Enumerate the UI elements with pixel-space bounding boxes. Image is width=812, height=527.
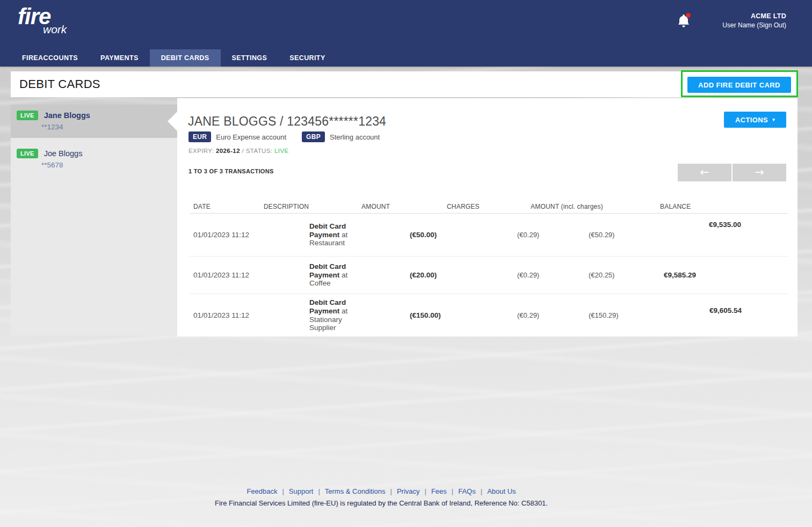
tx-description: Debit Card Payment at Restaurant xyxy=(260,214,358,256)
transactions-count: 1 TO 3 OF 3 TRANSACTIONS xyxy=(189,168,274,174)
transactions-pager: ← → xyxy=(677,164,786,181)
tx-merchant: Coffee xyxy=(309,279,331,287)
tx-amount-incl-charges: (€50.29) xyxy=(559,214,661,256)
tx-charges: (€0.29) xyxy=(473,257,559,294)
main-nav: FIREACCOUNTS PAYMENTS DEBIT CARDS SETTIN… xyxy=(11,49,337,67)
card-number: **1234 xyxy=(41,123,177,131)
transaction-row: 01/01/2023 11:12 Debit Card Payment at C… xyxy=(190,257,788,294)
tx-merchant: Restaurant xyxy=(309,239,345,247)
currency-badge-eur: EUR xyxy=(189,131,211,142)
col-header-amount: AMOUNT xyxy=(358,203,443,210)
footer: Feedback|Support|Terms & Conditions|Priv… xyxy=(0,487,763,507)
linked-account-eur: EUR Euro Expense account xyxy=(189,131,286,142)
user-box: ACME LTD User Name (Sign Out) xyxy=(722,12,786,29)
tx-balance: €9,585.29 xyxy=(661,257,788,294)
col-header-description: DESCRIPTION xyxy=(260,203,358,210)
card-holder-name: Joe Bloggs xyxy=(44,149,83,158)
fire-work-logo[interactable]: fire work xyxy=(18,5,67,36)
tx-amount-incl-charges: (€150.29) xyxy=(559,294,661,336)
tx-balance: €9,605.54 xyxy=(661,294,788,336)
footer-link-faqs[interactable]: FAQs xyxy=(458,487,476,495)
tab-payments[interactable]: PAYMENTS xyxy=(89,49,150,67)
prev-page-button[interactable]: ← xyxy=(678,164,731,181)
footer-link-fees[interactable]: Fees xyxy=(431,487,447,495)
tx-charges: (€0.29) xyxy=(473,214,559,256)
sidebar-card-jane-bloggs[interactable]: LIVE Jane Bloggs **1234 xyxy=(11,105,177,138)
selected-item-arrow xyxy=(168,112,177,131)
tx-description: Debit Card Payment at Stationary Supplie… xyxy=(260,294,358,336)
footer-link-feedback[interactable]: Feedback xyxy=(247,487,277,495)
card-holder-name: Jane Bloggs xyxy=(44,111,90,120)
debit-cards-sidebar: LIVE Jane Bloggs **1234 LIVE Joe Bloggs … xyxy=(11,105,177,335)
col-header-balance: BALANCE xyxy=(656,203,788,210)
col-header-charges: CHARGES xyxy=(443,203,527,210)
tx-balance: €9,535.00 xyxy=(661,214,788,256)
expiry-status-line: EXPIRY: 2026-12 / STATUS: LIVE xyxy=(189,148,289,154)
tx-amount: (€20.00) xyxy=(358,257,473,294)
currency-badge-gbp: GBP xyxy=(302,131,325,142)
footer-link-about-us[interactable]: About Us xyxy=(487,487,516,495)
logo-line2: work xyxy=(43,23,67,36)
transactions-table-header: DATE DESCRIPTION AMOUNT CHARGES AMOUNT (… xyxy=(190,200,788,214)
expiry-label: EXPIRY: xyxy=(189,148,214,154)
card-detail-panel: JANE BLOGGS / 123456******1234 EUR Euro … xyxy=(177,98,798,336)
add-fire-debit-card-button[interactable]: ADD FIRE DEBIT CARD xyxy=(687,77,791,93)
tx-amount: (€50.00) xyxy=(358,214,473,256)
status-badge: LIVE xyxy=(17,111,38,120)
footer-link-terms[interactable]: Terms & Conditions xyxy=(325,487,386,495)
tx-merchant: Stationary Supplier xyxy=(309,316,342,332)
tab-fireaccounts[interactable]: FIREACCOUNTS xyxy=(11,49,89,67)
col-header-amount-incl: AMOUNT (incl. charges) xyxy=(527,203,656,210)
chevron-down-icon: ▾ xyxy=(772,117,775,122)
linked-account-gbp: GBP Sterling account xyxy=(302,131,380,142)
tx-date: 01/01/2023 11:12 xyxy=(190,214,260,256)
transaction-row: 01/01/2023 11:12 Debit Card Payment at R… xyxy=(190,214,788,257)
user-sign-out-link[interactable]: User Name (Sign Out) xyxy=(722,21,786,29)
status-value: LIVE xyxy=(274,148,289,154)
sidebar-card-joe-bloggs[interactable]: LIVE Joe Bloggs **5678 xyxy=(11,138,177,176)
tab-debit-cards[interactable]: DEBIT CARDS xyxy=(150,49,221,67)
tab-security[interactable]: SECURITY xyxy=(278,49,336,67)
card-detail-title: JANE BLOGGS / 123456******1234 xyxy=(188,114,386,129)
page-title-bar: DEBIT CARDS xyxy=(11,71,798,97)
footer-link-privacy[interactable]: Privacy xyxy=(397,487,420,495)
actions-button[interactable]: ACTIONS ▾ xyxy=(724,112,786,128)
tx-date: 01/01/2023 11:12 xyxy=(190,294,260,336)
tx-description: Debit Card Payment at Coffee xyxy=(260,257,358,294)
account-label: Sterling account xyxy=(330,133,380,141)
app-header: fire work ACME LTD User Name (Sign Out) … xyxy=(0,0,812,67)
tx-charges: (€0.29) xyxy=(473,294,559,336)
notification-bell-icon[interactable] xyxy=(678,14,692,29)
regulatory-notice: Fire Financial Services Limited (fire-EU… xyxy=(0,499,763,507)
tx-amount-incl-charges: (€20.25) xyxy=(559,257,661,294)
company-name: ACME LTD xyxy=(722,12,786,20)
tab-settings[interactable]: SETTINGS xyxy=(221,49,279,67)
tx-date: 01/01/2023 11:12 xyxy=(190,257,260,294)
card-number: **5678 xyxy=(41,161,177,169)
page-title: DEBIT CARDS xyxy=(19,71,100,97)
transaction-row: 01/01/2023 11:12 Debit Card Payment at S… xyxy=(190,294,788,336)
linked-accounts: EUR Euro Expense account GBP Sterling ac… xyxy=(189,131,380,142)
footer-links: Feedback|Support|Terms & Conditions|Priv… xyxy=(0,487,763,495)
expiry-value: 2026-12 xyxy=(216,148,240,154)
highlight-outline: ADD FIRE DEBIT CARD xyxy=(681,70,798,97)
status-label: / STATUS: xyxy=(242,148,273,154)
actions-label: ACTIONS xyxy=(735,116,768,124)
next-page-button[interactable]: → xyxy=(733,164,786,181)
notification-dot xyxy=(686,13,691,18)
tx-amount: (€150.00) xyxy=(358,294,473,336)
status-badge: LIVE xyxy=(17,149,38,158)
footer-link-support[interactable]: Support xyxy=(289,487,314,495)
col-header-date: DATE xyxy=(190,203,260,210)
account-label: Euro Expense account xyxy=(216,133,286,141)
